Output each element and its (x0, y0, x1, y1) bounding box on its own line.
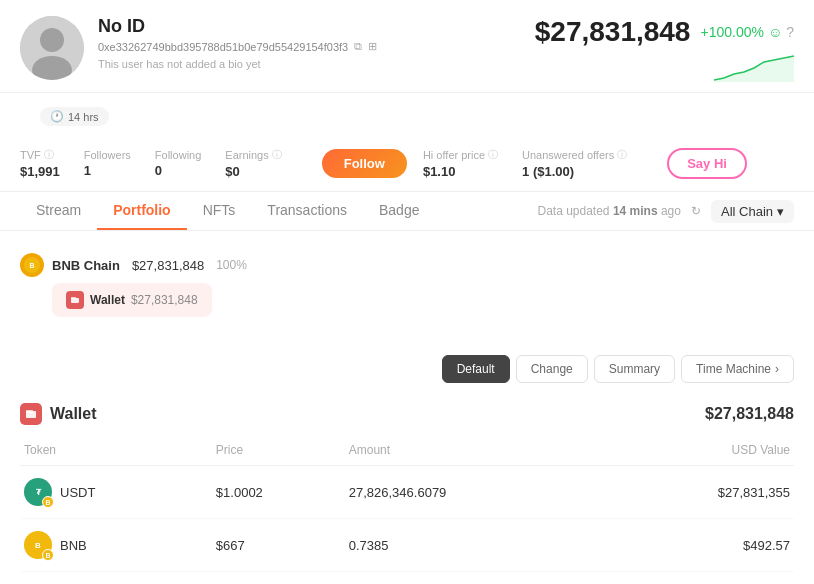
view-buttons: Default Change Summary Time Machine › (0, 345, 814, 393)
svg-rect-8 (71, 297, 76, 299)
chevron-down-icon: ▾ (777, 204, 784, 219)
bnb-chain-icon: B (20, 253, 44, 277)
table-row: ₮ B USDT $1.0002 27,826,346.6079 $27,831… (20, 466, 794, 519)
tab-badge[interactable]: Badge (363, 192, 435, 230)
info-icon-4: ⓘ (617, 148, 627, 162)
stats-row: TVF ⓘ $1,991 Followers 1 Following 0 Ear… (0, 140, 814, 192)
smiley-icon: ☺ (768, 24, 782, 40)
chain-badge: B (42, 549, 54, 561)
stat-followers: Followers 1 (84, 149, 155, 178)
profile-info: No ID 0xe33262749bbd395788d51b0e79d55429… (98, 16, 377, 70)
nav-right: Data updated 14 mins ago ↻ All Chain ▾ (537, 200, 794, 223)
token-price: $1.0002 (212, 466, 345, 519)
stat-hi-offer: Hi offer price ⓘ $1.10 (423, 148, 522, 179)
clock-icon: 🕐 (50, 110, 64, 123)
wallet-header: Wallet $27,831,848 (20, 393, 794, 435)
stat-following: Following 0 (155, 149, 225, 178)
token-name-cell: ₮ B USDT (24, 478, 208, 506)
token-symbol: BNB (60, 538, 87, 553)
chain-group: B BNB Chain $27,831,848 100% Wallet $27,… (20, 247, 794, 317)
svg-point-1 (40, 28, 64, 52)
profile-left: No ID 0xe33262749bbd395788d51b0e79d55429… (20, 16, 377, 80)
stat-tvf: TVF ⓘ $1,991 (20, 148, 84, 179)
tab-transactions[interactable]: Transactions (251, 192, 363, 230)
view-default-button[interactable]: Default (442, 355, 510, 383)
chain-badge: B (42, 496, 54, 508)
qr-icon[interactable]: ⊞ (368, 40, 377, 53)
avatar (20, 16, 84, 80)
col-usd: USD Value (600, 435, 794, 466)
token-amount: 0.7385 (345, 519, 600, 572)
wallet-title: Wallet (20, 403, 97, 425)
chain-select[interactable]: All Chain ▾ (711, 200, 794, 223)
wallet-chip-icon (66, 291, 84, 309)
svg-rect-11 (26, 410, 33, 413)
timer-badge: 🕐 14 hrs (40, 107, 109, 126)
col-price: Price (212, 435, 345, 466)
profile-name: No ID (98, 16, 377, 37)
chain-header: B BNB Chain $27,831,848 100% (20, 247, 794, 283)
svg-text:B: B (29, 262, 34, 269)
profile-section: No ID 0xe33262749bbd395788d51b0e79d55429… (0, 0, 814, 93)
tab-nfts[interactable]: NFTs (187, 192, 252, 230)
token-table: Token Price Amount USD Value ₮ B USDT $1… (20, 435, 794, 572)
info-icon: ⓘ (44, 148, 54, 162)
stat-unanswered: Unanswered offers ⓘ 1 ($1.00) (522, 148, 651, 179)
timer-area: 🕐 14 hrs (0, 93, 814, 140)
col-amount: Amount (345, 435, 600, 466)
stat-earnings: Earnings ⓘ $0 (225, 148, 305, 179)
view-change-button[interactable]: Change (516, 355, 588, 383)
svg-marker-3 (714, 56, 794, 82)
table-row: B B BNB $667 0.7385 $492.57 (20, 519, 794, 572)
profile-bio: This user has not added a bio yet (98, 58, 377, 70)
data-updated-text: Data updated 14 mins ago (537, 204, 680, 218)
say-hi-button[interactable]: Say Hi (667, 148, 747, 179)
info-icon-2: ⓘ (272, 148, 282, 162)
profile-address: 0xe33262749bbd395788d51b0e79d55429154f03… (98, 40, 377, 53)
tab-stream[interactable]: Stream (20, 192, 97, 230)
wallet-chip[interactable]: Wallet $27,831,848 (52, 283, 212, 317)
token-amount: 27,826,346.6079 (345, 466, 600, 519)
nav-tabs: Stream Portfolio NFTs Transactions Badge… (0, 192, 814, 231)
wallet-section: Wallet $27,831,848 Token Price Amount US… (0, 393, 814, 584)
chevron-right-icon: › (775, 362, 779, 376)
copy-icon[interactable]: ⧉ (354, 40, 362, 53)
col-token: Token (20, 435, 212, 466)
info-icon-3: ⓘ (488, 148, 498, 162)
portfolio-chart (714, 52, 794, 82)
view-summary-button[interactable]: Summary (594, 355, 675, 383)
portfolio-summary: $27,831,848 +100.00% ☺ ? (535, 16, 794, 82)
portfolio-change: +100.00% ☺ ? (700, 24, 794, 40)
portfolio-content: B BNB Chain $27,831,848 100% Wallet $27,… (0, 231, 814, 345)
wallet-title-icon (20, 403, 42, 425)
token-price: $667 (212, 519, 345, 572)
time-machine-button[interactable]: Time Machine › (681, 355, 794, 383)
portfolio-value: $27,831,848 (535, 16, 691, 48)
help-icon[interactable]: ? (786, 24, 794, 40)
token-name-cell: B B BNB (24, 531, 208, 559)
follow-button[interactable]: Follow (322, 149, 407, 178)
tab-portfolio[interactable]: Portfolio (97, 192, 187, 230)
refresh-icon[interactable]: ↻ (691, 204, 701, 218)
token-symbol: USDT (60, 485, 95, 500)
token-usd-value: $27,831,355 (600, 466, 794, 519)
token-usd-value: $492.57 (600, 519, 794, 572)
